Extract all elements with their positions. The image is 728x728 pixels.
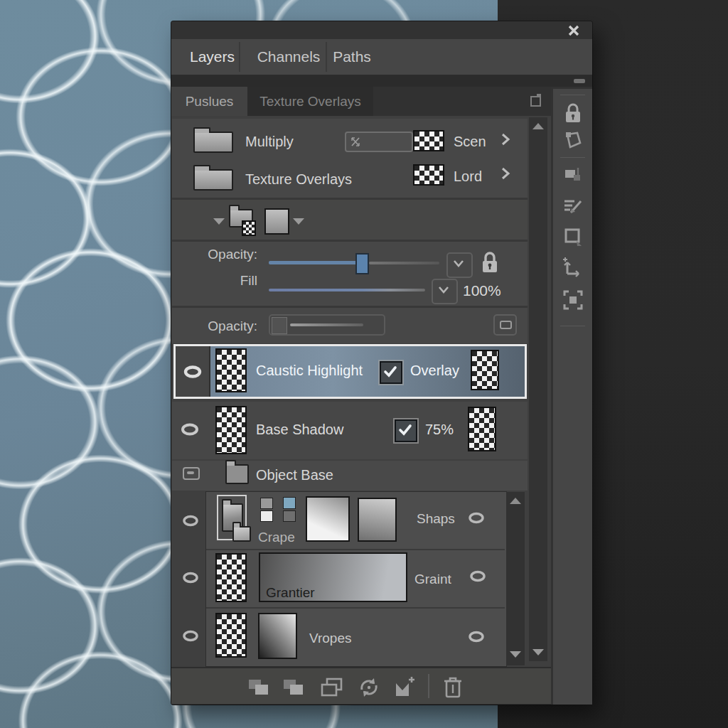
folder-icon-object-base[interactable] [225,464,249,484]
layer-checkbox[interactable] [380,361,402,384]
tools-row-bg [172,200,528,240]
shape-thumbnail[interactable] [306,496,350,542]
move-layers-tool-icon[interactable] [563,166,583,186]
color-swatch[interactable] [260,498,273,509]
layer-mask-thumbnail[interactable] [468,407,496,451]
tab-puslues[interactable]: Puslues [171,87,247,116]
tab-layers[interactable]: Layers [178,39,246,75]
scroll-up-icon[interactable] [532,123,544,129]
group-thumbnail-lord[interactable] [413,164,444,186]
secondary-tab-bar: Puslues Texture Overlays [171,87,551,116]
scroll-up-icon[interactable] [510,498,521,504]
opacity2-button[interactable] [493,314,517,336]
eye-cell[interactable] [176,346,210,397]
lock-icon[interactable] [480,251,500,275]
layer-blend-mode[interactable]: Overlay [410,360,459,381]
opacity-slider-track-empty[interactable] [369,262,439,264]
shape-thumbnail[interactable] [358,498,397,542]
color-swatch[interactable] [283,510,296,522]
layer-thumbnail[interactable] [215,348,247,392]
color-swatch[interactable] [283,497,296,509]
layer-mask-thumbnail[interactable] [471,350,499,390]
fill-value: 100% [463,280,501,301]
row-divider [206,549,505,550]
trash-icon[interactable] [443,675,463,699]
panel-divider-strip [171,75,592,87]
dropdown-arrow-icon[interactable] [213,218,225,225]
layer-row-caustic-highlight[interactable]: Caustic Highlight Overlay [173,344,527,399]
layer-name[interactable]: Caustic Highlight [256,360,363,381]
import-icon[interactable] [393,675,416,699]
opacity2-label: Opacity: [200,316,257,337]
group-name-texture-overlays[interactable]: Texture Overlays [245,168,352,190]
opacity2-slider-handle[interactable] [272,317,287,334]
duplicate-layer-icon[interactable] [282,678,305,697]
layer-thumbnail[interactable] [215,406,247,454]
toolstrip-separator [560,157,585,158]
color-swatch[interactable] [260,510,273,522]
layer-checkbox[interactable] [395,419,417,442]
opacity-slider-track-filled[interactable] [269,261,357,264]
gradient-bar-label: Grantier [266,582,315,604]
copy-layers-icon[interactable] [320,677,344,698]
opacity-slider-handle[interactable] [355,253,369,274]
layer-right-label: Graint [414,569,451,590]
close-icon[interactable] [567,24,580,37]
scroll-down-icon[interactable] [532,649,544,655]
visibility-eye-icon[interactable] [469,570,486,582]
crop-tool-icon[interactable] [563,227,583,248]
dropdown-arrow-icon[interactable] [293,218,304,225]
layer-thumbnail[interactable] [215,613,247,658]
lock-tool-icon[interactable] [564,103,582,124]
checkmark-icon [397,422,414,439]
visibility-eye-icon[interactable] [182,572,199,584]
layers-panel-window: Layers Channels Paths Puslues Texture Ov… [171,21,592,705]
tab-paths[interactable]: Paths [316,39,387,75]
panel-group-icon[interactable] [529,92,543,109]
group-name-multiply[interactable]: Multiply [245,131,294,152]
visibility-eye-icon[interactable] [182,515,199,527]
panel-grip-icon [574,79,585,83]
folder-icon-multiply[interactable] [193,132,233,153]
inner-scrollbar[interactable] [506,492,525,665]
layer-thumbnail[interactable] [215,553,247,602]
mask-checker-icon [242,220,256,236]
focus-frame-tool-icon[interactable] [562,289,584,311]
folder-icon-small [232,526,251,542]
layer-name[interactable]: Vropes [309,628,352,649]
new-layer-icon[interactable] [247,678,270,697]
refresh-icon[interactable] [358,676,380,699]
layer-name[interactable]: Base Shadow [256,419,343,440]
folder-icon-texture-overlays[interactable] [193,169,233,191]
clipping-group-icon[interactable] [217,495,248,543]
transform-tool-icon[interactable] [562,255,584,279]
opacity2-slider[interactable] [269,314,385,336]
gradient-swatch-icon[interactable] [264,208,289,235]
fill-dropdown-chevron-icon [437,284,451,296]
gradient-thumbnail[interactable] [258,613,297,659]
outer-scrollbar[interactable] [529,117,547,661]
layer-name[interactable]: Object Base [256,464,333,486]
tab-separator [239,42,240,72]
fill-slider-track[interactable] [269,289,425,291]
visibility-eye-icon[interactable] [181,423,199,436]
chevron-right-icon[interactable] [500,133,511,146]
edit-list-tool-icon[interactable] [562,197,584,217]
visibility-eye-icon[interactable] [468,512,485,524]
visibility-box-icon[interactable] [183,467,200,480]
panel-titlebar[interactable] [171,21,592,39]
visibility-eye-icon[interactable] [182,630,199,642]
layer-opacity-value: 75% [425,419,454,440]
tab-texture-overlays[interactable]: Texture Overlays [247,87,373,116]
scroll-down-icon[interactable] [510,651,521,658]
group-thumbnail-scen[interactable] [413,130,444,151]
group-field[interactable] [345,132,413,152]
artboard-tool-icon[interactable] [563,130,583,151]
gradient-bar-thumbnail[interactable]: Grantier [259,552,407,602]
row-divider [206,607,505,609]
layer-name[interactable]: Crape [258,527,295,548]
visibility-eye-icon[interactable] [183,365,202,378]
visibility-eye-icon[interactable] [468,631,485,643]
layer-right-label: Shaps [417,508,455,530]
chevron-right-icon[interactable] [500,167,511,180]
